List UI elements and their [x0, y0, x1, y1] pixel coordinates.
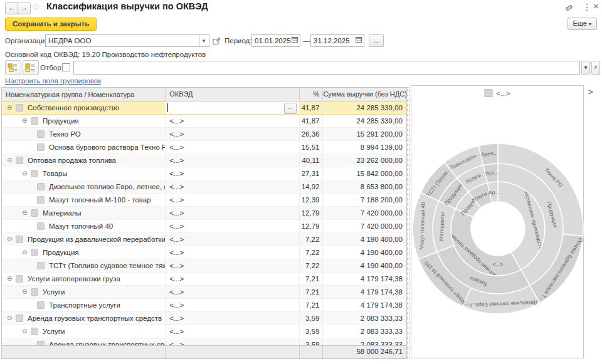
filter-dropdown-button[interactable]: ▾: [581, 61, 590, 75]
okved-cell[interactable]: <...>: [166, 141, 299, 153]
panel-collapse-chevron-icon[interactable]: >: [588, 87, 593, 96]
table-row[interactable]: Дизельное топливо Евро, летнее, сорта С …: [2, 180, 406, 194]
okved-cell[interactable]: <...>: [166, 128, 299, 140]
filter-checkbox[interactable]: [62, 63, 70, 71]
table-row[interactable]: ⊖Услуги<...>3,592 083 333,33: [2, 325, 406, 338]
calendar-icon[interactable]: [355, 35, 362, 46]
table-row[interactable]: Мазут топочный 40<...>12,797 420 000,00: [2, 220, 406, 233]
sum-value: 2 083 333,33: [323, 325, 406, 338]
organization-input[interactable]: НЕДРА ООО ▾: [45, 34, 209, 47]
okved-cell[interactable]: <...>: [166, 286, 299, 298]
collapse-groups-icon: [25, 63, 35, 73]
okved-cell[interactable]: <...>: [166, 233, 299, 246]
table-row[interactable]: Основа бурового раствора Техно РУО<...>1…: [2, 141, 406, 154]
group-square-icon: [16, 236, 23, 243]
okved-cell[interactable]: <...>: [166, 194, 299, 206]
save-and-close-button[interactable]: Сохранить и закрыть: [5, 18, 97, 31]
group-square-icon: [16, 275, 23, 283]
period-to-value: 31.12.2025: [314, 37, 350, 44]
organization-value: НЕДРА ООО: [48, 37, 91, 44]
filter-input[interactable]: [73, 61, 580, 75]
okved-select-button[interactable]: ...: [284, 103, 297, 114]
calendar-icon[interactable]: [291, 35, 298, 46]
percent-value: 12,39: [300, 194, 324, 206]
table-row[interactable]: ⊖Товары<...>27,3115 842 000,00: [2, 167, 406, 180]
filter-clear-button[interactable]: ×: [591, 61, 600, 75]
percent-value: 7,21: [300, 273, 324, 285]
okved-cell[interactable]: <...>: [166, 220, 299, 232]
table-row[interactable]: ⊖Аренда грузовых транспортных средств<..…: [2, 312, 406, 325]
main-okved-line: Основной код ОКВЭД: 19.20 Производство н…: [5, 48, 206, 61]
okved-cell[interactable]: <...>: [166, 115, 299, 127]
forward-button[interactable]: →: [18, 3, 31, 14]
tree-collapse-icon[interactable]: ⊖: [22, 167, 31, 180]
table-row[interactable]: Мазут топочный М-100 - товар<...>12,397 …: [2, 194, 406, 207]
filter-label: Отбор:: [40, 61, 63, 74]
okved-cell[interactable]: <...>: [166, 299, 299, 311]
okved-value: <...>: [169, 328, 184, 335]
tree-collapse-icon[interactable]: ⊖: [22, 286, 31, 298]
table-row[interactable]: ⊖Услуги<...>7,214 179 174,38: [2, 286, 406, 299]
back-button[interactable]: ←: [5, 3, 18, 14]
expand-groups-button[interactable]: [5, 60, 21, 75]
column-header-sum[interactable]: Сумма выручки (без НДС): [323, 88, 406, 101]
percent-value: 3,59: [300, 325, 324, 338]
window-menu-button[interactable]: ⋮: [583, 2, 591, 12]
table-row[interactable]: ⊖Продукция<...>41,8724 285 339,00: [2, 115, 406, 128]
tree-collapse-icon[interactable]: ⊖: [7, 273, 16, 285]
setup-grouping-fields-link[interactable]: Настроить поля группировок: [5, 77, 101, 85]
tree-collapse-icon[interactable]: ⊖: [22, 115, 31, 127]
column-header-percent[interactable]: %: [300, 88, 324, 101]
okved-cell[interactable]: <...>: [166, 154, 299, 167]
period-from-value: 01.01.2025: [255, 37, 291, 44]
table-row[interactable]: ТСТт (Топливо судовое темное тяжелое)<..…: [2, 259, 406, 273]
tree-collapse-icon[interactable]: ⊖: [7, 233, 16, 246]
column-header-nomenclature[interactable]: Номенклатурная группа / Номенклатура: [2, 88, 166, 101]
table-row[interactable]: Техно РО<...>26,3615 291 200,00: [2, 128, 406, 141]
okved-cell[interactable]: <...>: [166, 246, 299, 259]
table-row[interactable]: ⊖Материалы<...>12,797 420 000,00: [2, 207, 406, 220]
period-from-input[interactable]: 01.01.2025: [251, 34, 300, 47]
table-row[interactable]: ⊖Продукция<...>7,224 190 400,00: [2, 246, 406, 259]
group-square-icon: [37, 222, 45, 230]
get-link-button[interactable]: [565, 4, 573, 14]
tree-collapse-icon[interactable]: ⊖: [7, 101, 16, 114]
okved-cell[interactable]: <...>: [166, 167, 299, 180]
column-header-okved[interactable]: ОКВЭД: [166, 88, 299, 101]
okved-cell[interactable]: <...>: [166, 325, 299, 338]
percent-value: 7,22: [300, 246, 324, 259]
period-options-button[interactable]: ...: [369, 34, 384, 47]
period-dash: —: [303, 34, 310, 47]
percent-value: 7,22: [300, 233, 324, 246]
table-row[interactable]: ⊖Услуги автоперевозки груза<...>7,214 17…: [2, 273, 406, 286]
row-label: Услуги: [43, 325, 65, 338]
more-button[interactable]: Еще ▾: [568, 18, 597, 30]
organization-open-button[interactable]: [213, 36, 221, 48]
okved-cell[interactable]: <...>: [166, 259, 299, 272]
favorite-star-icon[interactable]: ☆: [31, 1, 40, 13]
tree-collapse-icon[interactable]: ⊖: [7, 312, 16, 325]
organization-dropdown-icon[interactable]: ▾: [199, 35, 208, 46]
collapse-groups-button[interactable]: [23, 60, 39, 75]
okved-cell[interactable]: <...>: [166, 207, 299, 219]
tree-collapse-icon[interactable]: ⊖: [7, 154, 16, 167]
row-label: ТСТт (Топливо судовое темное тяжелое): [49, 259, 166, 272]
sum-value: 4 190 400,00: [323, 259, 406, 272]
okved-cell[interactable]: <...>: [166, 273, 299, 285]
table-row[interactable]: ⊖Продукция из давальческой переработки<.…: [2, 233, 406, 246]
okved-value: <...>: [169, 209, 184, 217]
table-row[interactable]: Транспортные услуги<...>7,214 179 174,38: [2, 299, 406, 312]
percent-value: 7,22: [300, 259, 324, 272]
table-chart-splitter[interactable]: [407, 87, 410, 359]
table-row[interactable]: ⊖Оптовая продажа топлива<...>40,1123 262…: [2, 154, 406, 167]
tree-collapse-icon[interactable]: ⊖: [22, 246, 31, 259]
period-to-input[interactable]: 31.12.2025: [310, 34, 364, 47]
tree-collapse-icon[interactable]: ⊖: [22, 207, 31, 219]
sunburst-chart[interactable]: Собственное производствоОптовая продажа …: [411, 86, 584, 359]
window-close-button[interactable]: ×: [593, 1, 599, 11]
okved-cell[interactable]: <...>: [166, 180, 299, 193]
okved-cell[interactable]: <...>: [166, 312, 299, 325]
okved-cell[interactable]: ...: [166, 101, 299, 114]
table-row[interactable]: ⊖Собственное производство...41,8724 285 …: [2, 101, 406, 115]
tree-collapse-icon[interactable]: ⊖: [22, 325, 31, 338]
